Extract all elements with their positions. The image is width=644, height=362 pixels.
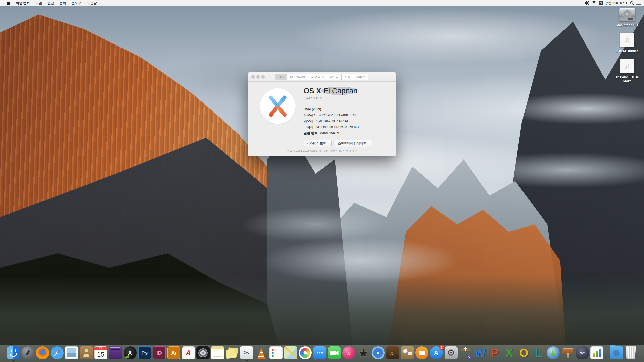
dock-contacts[interactable] [80,346,93,359]
spec-serial-number: 일련 번호W801363G5PE [304,131,372,135]
dock-idvd[interactable] [372,346,385,359]
desktop-icon-label: 12 Parle-T-Il De Moi? [612,75,642,83]
dock-stickies[interactable] [226,346,239,359]
dock-toast[interactable] [109,346,122,359]
spec-graphics: 그래픽ATI Radeon HD 4670 256 MB [304,125,372,129]
dock-download-manager[interactable] [547,346,560,359]
about-this-mac-window: 개요 디스플레이 저장 공간 메모리 지원 서비스 OS X El Capita… [248,72,396,156]
about-tabs: 개요 디스플레이 저장 공간 메모리 지원 서비스 [275,74,368,80]
dock-vlc[interactable] [255,346,268,359]
volume-icon[interactable] [585,1,589,5]
dock-ibooks[interactable] [415,346,428,359]
dock-launchpad[interactable] [21,346,34,359]
spec-memory: 메모리4GB 1067 MHz DDR3 [304,119,372,123]
dock-powerpoint[interactable]: P [488,346,501,359]
menu-file[interactable]: 파일 [33,1,45,5]
music-note-icon: ♫ [620,33,634,47]
running-indicator [246,360,247,361]
vlc-cone-icon [257,348,266,359]
hard-drive-icon [619,8,635,21]
dock: 3월15 X Ps ID Ai A ✂ ⋯ ♫ ★ ♬ A1 ⚙ G W P X… [0,345,644,362]
dock-messages[interactable]: ⋯ [313,346,326,359]
desktop-icon-label: 1 Tu M'Oublies [616,49,639,53]
dock-lync[interactable]: L [532,346,545,359]
dock-maps[interactable] [284,346,297,359]
osx-x-logo [260,88,296,124]
dock-numbers[interactable] [590,346,603,359]
notification-center-icon[interactable] [636,1,641,5]
tab-service[interactable]: 서비스 [353,74,368,80]
dock-calendar[interactable]: 3월15 [94,346,107,359]
dock-garageband[interactable]: ♬ [386,346,399,359]
dock-indesign[interactable]: ID [153,346,166,359]
dock-imovie[interactable]: ★ [357,346,370,359]
dock-grab-screen-capture[interactable]: ✂ [240,346,253,359]
menu-edit[interactable]: 편집 [45,1,57,5]
system-report-button[interactable]: 시스템 리포트... [304,140,332,147]
menu-capture[interactable]: 캡처 [57,1,69,5]
dock-notes[interactable] [211,346,224,359]
dock-iphoto[interactable] [401,346,414,359]
dock-pages[interactable]: ✒ [576,346,589,359]
dock-system-preferences[interactable]: ⚙ [445,346,458,359]
dock-downloads-folder[interactable]: ↓ [610,346,623,359]
dock-photos[interactable] [299,346,312,359]
dock-trash[interactable] [624,346,637,359]
tab-displays[interactable]: 디스플레이 [287,74,308,80]
menu-window[interactable]: 윈도우 [69,1,84,5]
dock-stuffit-expander[interactable]: G [459,346,472,359]
dock-firefox[interactable] [36,346,49,359]
dock-acrobat-reader[interactable]: A [182,346,195,359]
mac-model: iMac (2009) [304,107,372,111]
dock-safari[interactable] [51,346,64,359]
desktop-icon-audio-file-1[interactable]: ♫ 1 Tu M'Oublies [612,33,642,53]
spec-processor: 프로세서3.06 GHz Intel Core 2 Duo [304,113,372,117]
close-button[interactable] [251,75,255,79]
dock-photoshop[interactable]: Ps [138,346,151,359]
dock-finder[interactable] [7,346,20,359]
menu-clock[interactable]: (목) 오후 10:11 [605,1,628,5]
desktop: 화면 캡처 파일 편집 캡처 윈도우 도움말 한 (목) 오후 10:11 [0,0,644,362]
wallpaper-el-capitan [0,0,644,362]
tab-storage[interactable]: 저장 공간 [308,74,327,80]
tab-support[interactable]: 지원 [342,74,353,80]
wifi-icon[interactable] [592,1,596,5]
spec-list: 프로세서3.06 GHz Intel Core 2 Duo 메모리4GB 106… [304,113,372,135]
window-titlebar[interactable]: 개요 디스플레이 저장 공간 메모리 지원 서비스 [248,72,396,82]
dock-logic-disc-app[interactable] [196,346,210,359]
dock-mail[interactable] [65,346,78,359]
dock-illustrator[interactable]: Ai [167,346,180,359]
tab-memory[interactable]: 메모리 [327,74,342,80]
running-indicator [13,360,14,361]
desktop-icon-macintosh-hd[interactable]: Macintosh HD [612,8,642,27]
dock-reminders[interactable] [269,346,283,359]
dock-xee[interactable]: X [124,346,137,359]
input-source-korean[interactable]: 한 [599,1,603,5]
desktop-icon-label: Macintosh HD [616,23,638,27]
dock-separator [607,346,607,360]
zoom-button[interactable] [261,75,265,79]
dock-word[interactable]: W [474,346,487,359]
apple-menu-icon[interactable] [4,1,13,5]
menu-app-name[interactable]: 화면 캡처 [13,1,33,5]
minimize-button[interactable] [256,75,260,79]
dock-excel[interactable]: X [503,346,516,359]
dock-itunes[interactable]: ♫ [342,346,355,359]
copyright-text: ™ 및 © 1983-2016 Apple Inc. 모든 권리 보유. 사용권… [248,149,396,153]
dock-outlook[interactable]: O [517,346,531,359]
dock-keynote[interactable] [561,346,574,359]
os-version: 버전 10.11.6 [304,96,372,101]
menu-help[interactable]: 도움말 [84,1,100,5]
menu-bar: 화면 캡처 파일 편집 캡처 윈도우 도움말 한 (목) 오후 10:11 [0,0,644,6]
software-update-button[interactable]: 소프트웨어 업데이트... [335,140,372,147]
dock-facetime[interactable] [328,346,341,359]
app-store-update-badge: 1 [439,345,444,350]
os-title: OS X El Capitan [304,87,372,95]
desktop-icon-audio-file-2[interactable]: ♫ 12 Parle-T-Il De Moi? [612,59,642,83]
music-note-icon: ♫ [620,59,634,73]
spotlight-search-icon[interactable] [630,1,634,5]
dock-app-store[interactable]: A1 [430,346,443,359]
tab-overview[interactable]: 개요 [275,74,287,80]
